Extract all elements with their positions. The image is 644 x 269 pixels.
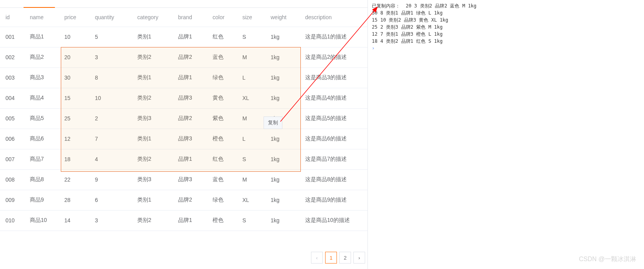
cell-color[interactable]: 蓝色 xyxy=(209,169,238,190)
cell-name[interactable]: 商品7 xyxy=(26,149,60,169)
cell-description[interactable]: 这是商品1的描述 xyxy=(301,27,367,47)
cell-weight[interactable]: 1kg xyxy=(267,67,301,88)
cell-price[interactable]: 28 xyxy=(60,190,91,210)
cell-name[interactable]: 商品4 xyxy=(26,88,60,108)
cell-description[interactable]: 这是商品5的描述 xyxy=(301,108,367,129)
cell-color[interactable]: 绿色 xyxy=(209,190,238,210)
cell-price[interactable]: 15 xyxy=(60,88,91,108)
cell-weight[interactable]: 1kg xyxy=(267,129,301,149)
cell-color[interactable]: 橙色 xyxy=(209,210,238,231)
cell-price[interactable]: 14 xyxy=(60,210,91,231)
cell-size[interactable]: L xyxy=(238,129,267,149)
cell-description[interactable]: 这是商品4的描述 xyxy=(301,88,367,108)
cell-id[interactable]: 010 xyxy=(0,210,26,231)
cell-description[interactable]: 这是商品10的描述 xyxy=(301,210,367,231)
cell-color[interactable]: 红色 xyxy=(209,27,238,47)
page-next-button[interactable]: › xyxy=(353,252,365,264)
cell-quantity[interactable]: 9 xyxy=(91,169,133,190)
col-header-id[interactable]: id xyxy=(0,8,26,27)
cell-category[interactable]: 类别2 xyxy=(133,88,174,108)
cell-category[interactable]: 类别2 xyxy=(133,149,174,169)
col-header-price[interactable]: price xyxy=(60,8,91,27)
cell-name[interactable]: 商品8 xyxy=(26,169,60,190)
table-row[interactable]: 001商品1105类别1品牌1红色S1kg这是商品1的描述 xyxy=(0,27,367,47)
table-row[interactable]: 010商品10143类别2品牌1橙色S1kg这是商品10的描述 xyxy=(0,210,367,231)
table-row[interactable]: 005商品5252类别3品牌2紫色M1kg这是商品5的描述 xyxy=(0,108,367,129)
cell-brand[interactable]: 品牌3 xyxy=(174,88,209,108)
cell-quantity[interactable]: 5 xyxy=(91,27,133,47)
cell-weight[interactable]: 1kg xyxy=(267,210,301,231)
cell-brand[interactable]: 品牌1 xyxy=(174,67,209,88)
cell-color[interactable]: 蓝色 xyxy=(209,47,238,67)
cell-name[interactable]: 商品1 xyxy=(26,27,60,47)
cell-quantity[interactable]: 8 xyxy=(91,67,133,88)
col-header-quantity[interactable]: quantity xyxy=(91,8,133,27)
tab-active[interactable] xyxy=(24,0,55,8)
cell-id[interactable]: 004 xyxy=(0,88,26,108)
cell-brand[interactable]: 品牌3 xyxy=(174,169,209,190)
cell-size[interactable]: S xyxy=(238,149,267,169)
cell-brand[interactable]: 品牌3 xyxy=(174,129,209,149)
cell-category[interactable]: 类别2 xyxy=(133,47,174,67)
cell-size[interactable]: S xyxy=(238,210,267,231)
col-header-description[interactable]: description xyxy=(301,8,367,27)
cell-size[interactable]: L xyxy=(238,67,267,88)
cell-description[interactable]: 这是商品6的描述 xyxy=(301,129,367,149)
cell-id[interactable]: 002 xyxy=(0,47,26,67)
cell-price[interactable]: 10 xyxy=(60,27,91,47)
cell-category[interactable]: 类别2 xyxy=(133,210,174,231)
console-prompt[interactable]: › xyxy=(372,45,640,51)
cell-category[interactable]: 类别1 xyxy=(133,67,174,88)
col-header-color[interactable]: color xyxy=(209,8,238,27)
cell-description[interactable]: 这是商品8的描述 xyxy=(301,169,367,190)
page-1-button[interactable]: 1 xyxy=(325,252,337,264)
cell-category[interactable]: 类别1 xyxy=(133,190,174,210)
cell-brand[interactable]: 品牌2 xyxy=(174,190,209,210)
cell-quantity[interactable]: 4 xyxy=(91,149,133,169)
cell-category[interactable]: 类别3 xyxy=(133,108,174,129)
cell-weight[interactable]: 1kg xyxy=(267,169,301,190)
cell-price[interactable]: 18 xyxy=(60,149,91,169)
cell-id[interactable]: 003 xyxy=(0,67,26,88)
cell-weight[interactable]: 1kg xyxy=(267,88,301,108)
cell-weight[interactable]: 1kg xyxy=(267,149,301,169)
cell-brand[interactable]: 品牌1 xyxy=(174,27,209,47)
cell-description[interactable]: 这是商品3的描述 xyxy=(301,67,367,88)
cell-color[interactable]: 紫色 xyxy=(209,108,238,129)
cell-weight[interactable]: 1kg xyxy=(267,27,301,47)
cell-brand[interactable]: 品牌1 xyxy=(174,210,209,231)
cell-size[interactable]: M xyxy=(238,169,267,190)
table-row[interactable]: 007商品7184类别2品牌1红色S1kg这是商品7的描述 xyxy=(0,149,367,169)
table-row[interactable]: 002商品2203类别2品牌2蓝色M1kg这是商品2的描述 xyxy=(0,47,367,67)
cell-price[interactable]: 30 xyxy=(60,67,91,88)
table-row[interactable]: 008商品8229类别3品牌3蓝色M1kg这是商品8的描述 xyxy=(0,169,367,190)
cell-price[interactable]: 12 xyxy=(60,129,91,149)
cell-id[interactable]: 007 xyxy=(0,149,26,169)
cell-brand[interactable]: 品牌1 xyxy=(174,149,209,169)
cell-quantity[interactable]: 3 xyxy=(91,210,133,231)
cell-size[interactable]: XL xyxy=(238,190,267,210)
cell-description[interactable]: 这是商品7的描述 xyxy=(301,149,367,169)
cell-description[interactable]: 这是商品9的描述 xyxy=(301,190,367,210)
cell-name[interactable]: 商品3 xyxy=(26,67,60,88)
cell-category[interactable]: 类别1 xyxy=(133,129,174,149)
cell-name[interactable]: 商品2 xyxy=(26,47,60,67)
cell-category[interactable]: 类别3 xyxy=(133,169,174,190)
cell-color[interactable]: 绿色 xyxy=(209,67,238,88)
cell-price[interactable]: 20 xyxy=(60,47,91,67)
cell-size[interactable]: M xyxy=(238,108,267,129)
table-row[interactable]: 006商品6127类别1品牌3橙色L1kg这是商品6的描述 xyxy=(0,129,367,149)
page-prev-button[interactable]: ‹ xyxy=(311,252,323,264)
table-row[interactable]: 004商品41510类别2品牌3黄色XL1kg这是商品4的描述 xyxy=(0,88,367,108)
page-2-button[interactable]: 2 xyxy=(339,252,351,264)
cell-price[interactable]: 25 xyxy=(60,108,91,129)
col-header-name[interactable]: name xyxy=(26,8,60,27)
cell-id[interactable]: 006 xyxy=(0,129,26,149)
cell-color[interactable]: 黄色 xyxy=(209,88,238,108)
col-header-size[interactable]: size xyxy=(238,8,267,27)
col-header-weight[interactable]: weight xyxy=(267,8,301,27)
cell-quantity[interactable]: 3 xyxy=(91,47,133,67)
cell-name[interactable]: 商品5 xyxy=(26,108,60,129)
cell-size[interactable]: S xyxy=(238,27,267,47)
cell-color[interactable]: 红色 xyxy=(209,149,238,169)
